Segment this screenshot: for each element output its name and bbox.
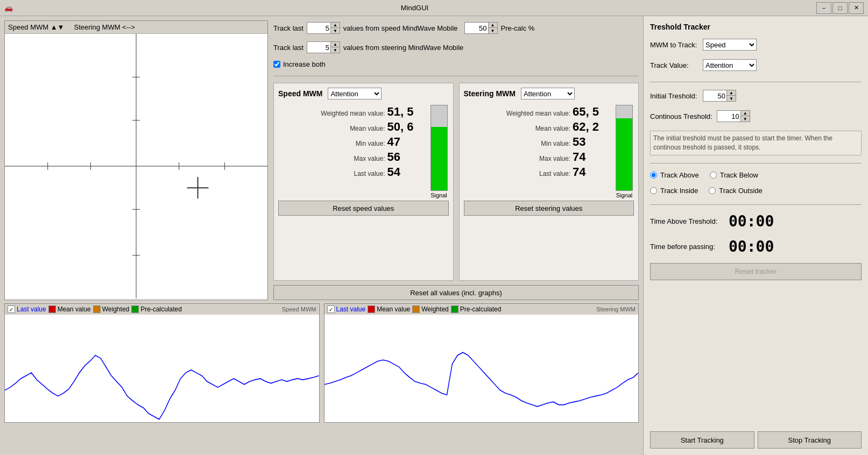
legend-dot-precalc	[131, 305, 139, 313]
precalc-input[interactable]	[464, 22, 488, 34]
legend-dot-weighted	[93, 305, 101, 313]
initial-treshold-input[interactable]	[703, 90, 726, 102]
time-above-value: 00:00	[729, 212, 774, 230]
steering-graph-canvas	[324, 315, 639, 422]
legend-weighted-speed: Weighted	[93, 305, 129, 313]
increase-both-checkbox[interactable]	[273, 61, 280, 68]
precalc-up[interactable]: ▲	[489, 23, 497, 28]
speed-graph-canvas	[5, 315, 319, 422]
track-above-radio[interactable]	[650, 172, 657, 179]
track-above-row: Track Above	[650, 171, 699, 179]
speed-weighted-value: 51, 5	[387, 105, 425, 119]
track-last-down-1[interactable]: ▼	[331, 28, 340, 33]
track-last-label-1: Track last	[273, 24, 304, 32]
track-above-label: Track Above	[660, 171, 699, 179]
legend-precalc-steering: Pre-calculated	[451, 305, 502, 313]
continous-treshold-input[interactable]	[717, 110, 740, 122]
legend-last-label-steering: Last value	[336, 305, 366, 313]
track-below-label: Track Below	[720, 171, 758, 179]
mwm-track-label: MWM to Track:	[650, 41, 698, 49]
track-last-input-1[interactable]	[307, 22, 330, 34]
threshold-description: The initial treshold must be passed to s…	[650, 131, 862, 155]
increase-both-row: Increase both	[273, 59, 639, 69]
time-above-row: Time Above Treshold: 00:00	[650, 212, 862, 230]
steering-bar-fill	[616, 118, 632, 190]
tracking-buttons: Start Tracking Stop Tracking	[650, 431, 862, 449]
speed-bar-label: Signal	[431, 192, 447, 198]
steering-last-value: 74	[573, 165, 610, 179]
minimize-button[interactable]: −	[816, 2, 831, 14]
legend-precalc-speed: Pre-calculated	[131, 305, 182, 313]
initial-treshold-up[interactable]: ▲	[727, 90, 736, 96]
steering-weighted-label: Weighted mean value:	[506, 110, 570, 117]
title-bar: 🚗 MindGUI − □ ✕	[0, 0, 868, 16]
legend-dot-weighted-steering	[412, 305, 420, 313]
track-row-2: Track last ▲ ▼ values from steering Mind…	[273, 40, 639, 55]
precalc-down[interactable]: ▼	[489, 28, 497, 33]
legend-check-last[interactable]: ✓	[8, 305, 15, 313]
track-value-row: Track Value: Attention Meditation	[650, 59, 862, 71]
steering-min-value: 53	[573, 135, 610, 149]
speed-mwm-dropdown[interactable]: Attention Meditation	[328, 88, 382, 99]
initial-treshold-down[interactable]: ▼	[727, 96, 736, 101]
legend-weighted-label-steering: Weighted	[421, 305, 448, 313]
speed-mwm-panel: Speed MWM Attention Meditation Weighted …	[273, 83, 454, 281]
stop-tracking-btn[interactable]: Stop Tracking	[758, 431, 862, 449]
start-tracking-btn[interactable]: Start Tracking	[650, 431, 754, 449]
speed-signal-bar	[431, 105, 448, 191]
legend-dot-mean	[48, 305, 56, 313]
track-value-label: Track Value:	[650, 61, 698, 69]
legend-check-last-steering[interactable]: ✓	[327, 305, 335, 313]
legend-last-label: Last value	[17, 305, 46, 313]
track-outside-radio[interactable]	[709, 187, 716, 194]
continous-treshold-row: Continous Treshold: ▲ ▼	[650, 110, 862, 122]
increase-both-label: Increase both	[283, 60, 326, 68]
crosshair-graph: Speed MWM ▲▼ Steering MWM <-->	[4, 20, 268, 300]
track-outside-label: Track Outside	[719, 187, 762, 195]
reset-steering-btn[interactable]: Reset steering values	[464, 201, 634, 216]
mwm-track-row: MWM to Track: Speed Steering	[650, 39, 862, 51]
close-button[interactable]: ✕	[849, 2, 864, 14]
speed-mean-value: 50, 6	[387, 120, 425, 134]
legend-precalc-label-steering: Pre-calculated	[460, 305, 502, 313]
steering-graph-legend: ✓ Last value Mean value Weighted Pre-cal…	[324, 304, 639, 315]
reset-all-btn[interactable]: Reset all values (incl. graphs)	[273, 285, 639, 300]
reset-speed-btn[interactable]: Reset speed values	[278, 201, 449, 216]
precalc-label: Pre-calc %	[501, 24, 535, 32]
maximize-button[interactable]: □	[832, 2, 848, 14]
time-before-label: Time before passing:	[650, 243, 725, 251]
continous-treshold-up[interactable]: ▲	[741, 111, 750, 116]
steering-bar-label: Signal	[616, 192, 633, 198]
track-last-input-2[interactable]	[307, 41, 330, 53]
legend-last-value-speed: ✓ Last value	[8, 305, 46, 313]
steering-weighted-value: 65, 5	[573, 105, 610, 119]
speed-weighted-label: Weighted mean value:	[321, 110, 385, 117]
track-last-up-1[interactable]: ▲	[331, 23, 340, 28]
legend-mean-label-steering: Mean value	[377, 305, 410, 313]
steering-graph-badge: Steering MWM	[596, 306, 636, 312]
steering-max-label: Max value:	[506, 155, 570, 162]
track-inside-row: Track Inside	[650, 187, 698, 195]
speed-mwm-title: Speed MWM	[278, 89, 322, 98]
svg-rect-13	[324, 315, 639, 422]
track-value-dropdown[interactable]: Attention Meditation	[703, 59, 757, 71]
time-before-row: Time before passing: 00:00	[650, 238, 862, 255]
track-inside-radio[interactable]	[650, 187, 657, 194]
track-last-up-2[interactable]: ▲	[331, 42, 340, 47]
app-icon: 🚗	[4, 4, 13, 12]
speed-graph-badge: Speed MWM	[282, 306, 316, 312]
steering-mwm-dropdown[interactable]: Attention Meditation	[521, 88, 575, 99]
mwm-track-dropdown[interactable]: Speed Steering	[703, 39, 757, 51]
legend-dot-precalc-steering	[451, 305, 458, 313]
track-last-label-2: Track last	[273, 44, 304, 52]
legend-weighted-label: Weighted	[102, 305, 129, 313]
speed-max-label: Max value:	[321, 155, 385, 162]
continous-treshold-label: Continous Treshold:	[650, 112, 712, 120]
continous-treshold-down[interactable]: ▼	[741, 116, 750, 122]
reset-tracker-btn[interactable]: Reset tracker	[650, 263, 862, 280]
track-below-radio[interactable]	[710, 172, 717, 179]
steering-max-value: 74	[573, 150, 610, 164]
track-inside-label: Track Inside	[660, 187, 698, 195]
track-last-down-2[interactable]: ▼	[331, 47, 340, 53]
legend-mean-label: Mean value	[58, 305, 91, 313]
